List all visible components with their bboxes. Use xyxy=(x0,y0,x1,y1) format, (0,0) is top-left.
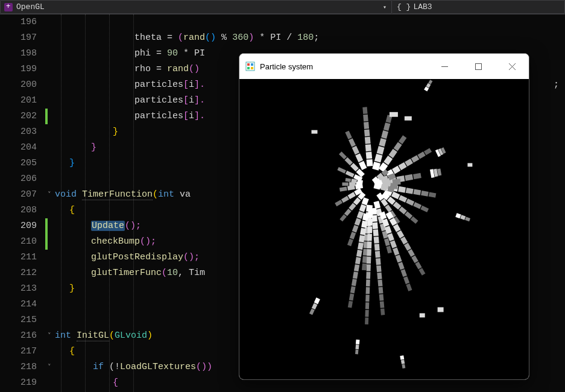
svg-rect-100 xyxy=(345,157,353,166)
member-label: LAB3 xyxy=(413,2,432,11)
svg-rect-151 xyxy=(359,235,365,242)
svg-rect-59 xyxy=(377,146,385,154)
particle-canvas xyxy=(239,79,529,379)
svg-rect-42 xyxy=(385,204,392,212)
svg-rect-125 xyxy=(376,258,381,265)
fold-toggle[interactable]: ˅ xyxy=(48,187,55,203)
svg-rect-199 xyxy=(465,217,470,221)
svg-rect-58 xyxy=(374,154,382,162)
member-dropdown[interactable]: { } LAB3 xyxy=(392,0,565,14)
svg-rect-210 xyxy=(401,359,405,364)
window-titlebar[interactable]: Particle system xyxy=(239,54,529,79)
scope-dropdown[interactable]: OpenGL ▾ xyxy=(0,0,392,14)
scope-label: OpenGL xyxy=(16,2,45,11)
svg-rect-19 xyxy=(406,198,414,206)
svg-rect-26 xyxy=(413,173,421,179)
svg-rect-198 xyxy=(460,215,466,220)
svg-rect-33 xyxy=(424,148,432,155)
svg-rect-120 xyxy=(372,222,378,229)
fold-toggle[interactable]: ˅ xyxy=(48,328,55,344)
svg-rect-166 xyxy=(393,247,399,255)
svg-rect-76 xyxy=(365,137,371,144)
project-icon xyxy=(4,3,13,11)
svg-rect-168 xyxy=(398,262,405,270)
svg-rect-50 xyxy=(373,201,380,209)
svg-rect-75 xyxy=(365,144,371,151)
line-number-gutter: 1961971981992002012022032042052062072082… xyxy=(0,14,45,392)
svg-rect-141 xyxy=(366,272,370,279)
svg-rect-124 xyxy=(375,251,380,258)
svg-rect-111 xyxy=(339,186,347,191)
window-title: Particle system xyxy=(260,62,428,71)
svg-rect-30 xyxy=(405,159,413,166)
svg-rect-21 xyxy=(420,206,429,212)
svg-rect-214 xyxy=(437,169,441,176)
svg-rect-89 xyxy=(355,153,363,162)
svg-rect-13 xyxy=(413,189,421,195)
svg-rect-61 xyxy=(381,130,388,139)
svg-rect-138 xyxy=(367,249,371,256)
code-line[interactable]: theta = (rand() % 360) * PI / 180; xyxy=(48,30,565,46)
svg-rect-48 xyxy=(394,142,402,151)
svg-rect-82 xyxy=(359,204,367,212)
svg-rect-222 xyxy=(438,307,444,312)
svg-rect-86 xyxy=(350,232,356,239)
svg-rect-79 xyxy=(363,115,368,122)
maximize-button[interactable] xyxy=(461,54,495,79)
svg-rect-29 xyxy=(399,162,407,170)
svg-rect-155 xyxy=(354,264,359,271)
svg-rect-207 xyxy=(355,344,359,349)
svg-rect-4 xyxy=(251,67,253,69)
svg-rect-108 xyxy=(337,167,346,174)
svg-rect-90 xyxy=(352,146,359,155)
svg-rect-107 xyxy=(346,171,355,177)
svg-rect-167 xyxy=(396,254,402,262)
svg-rect-180 xyxy=(415,262,421,270)
svg-rect-25 xyxy=(405,174,413,181)
svg-rect-74 xyxy=(366,152,373,159)
svg-rect-131 xyxy=(380,301,385,308)
svg-rect-97 xyxy=(339,214,347,221)
fold-toggle[interactable]: ˅ xyxy=(48,359,55,375)
particle-system-window[interactable]: Particle system xyxy=(239,53,529,380)
svg-rect-6 xyxy=(475,63,481,69)
app-icon xyxy=(245,62,255,71)
svg-rect-84 xyxy=(355,218,361,226)
svg-rect-181 xyxy=(418,268,425,276)
svg-rect-156 xyxy=(353,271,358,279)
svg-rect-211 xyxy=(402,364,405,368)
svg-rect-77 xyxy=(364,129,370,136)
svg-rect-174 xyxy=(393,224,401,232)
svg-rect-20 xyxy=(413,202,421,209)
svg-rect-202 xyxy=(428,80,432,84)
svg-rect-218 xyxy=(390,112,398,117)
code-line[interactable] xyxy=(48,14,565,30)
svg-rect-203 xyxy=(314,297,320,304)
close-button[interactable] xyxy=(495,54,529,79)
svg-rect-140 xyxy=(367,264,371,271)
svg-rect-178 xyxy=(408,249,415,257)
svg-rect-128 xyxy=(377,280,382,286)
svg-rect-177 xyxy=(404,243,411,251)
svg-rect-160 xyxy=(348,301,353,308)
svg-rect-57 xyxy=(372,162,380,171)
minimize-button[interactable] xyxy=(428,54,461,79)
svg-rect-114 xyxy=(342,183,348,186)
svg-rect-134 xyxy=(368,219,373,226)
svg-rect-219 xyxy=(405,116,412,121)
svg-rect-142 xyxy=(366,279,370,286)
svg-rect-127 xyxy=(377,273,382,279)
svg-rect-144 xyxy=(365,295,370,302)
svg-rect-152 xyxy=(358,242,364,250)
svg-rect-103 xyxy=(348,192,356,199)
svg-rect-92 xyxy=(345,131,352,139)
svg-rect-56 xyxy=(386,246,391,254)
svg-rect-153 xyxy=(356,250,362,257)
navigation-bar: OpenGL ▾ { } LAB3 xyxy=(0,0,565,14)
svg-rect-139 xyxy=(367,257,371,264)
svg-rect-80 xyxy=(362,107,367,114)
svg-rect-148 xyxy=(362,213,369,221)
svg-rect-18 xyxy=(399,195,407,202)
svg-rect-122 xyxy=(374,236,379,243)
svg-rect-157 xyxy=(352,279,357,286)
